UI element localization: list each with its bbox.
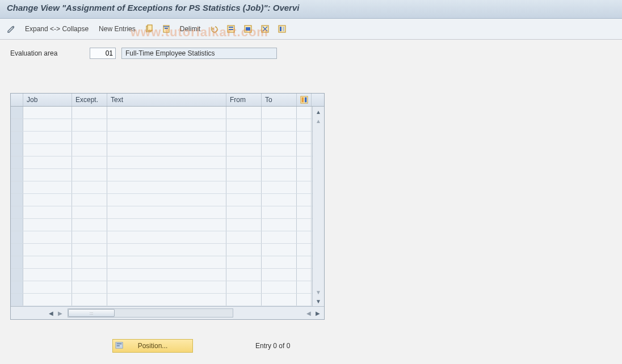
cell-to[interactable]	[262, 181, 297, 193]
cell-job[interactable]	[23, 132, 72, 143]
cell-from[interactable]	[226, 169, 262, 181]
cell-except[interactable]	[72, 119, 107, 131]
row-selector[interactable]	[11, 107, 23, 118]
cell-from[interactable]	[226, 194, 262, 206]
cell-job[interactable]	[23, 256, 72, 268]
cell-except[interactable]	[72, 231, 107, 243]
row-selector[interactable]	[11, 244, 23, 256]
row-selector[interactable]	[11, 269, 23, 281]
copy-icon[interactable]	[144, 23, 155, 35]
table-row[interactable]	[11, 107, 312, 119]
cell-from[interactable]	[226, 294, 262, 306]
cell-text[interactable]	[107, 256, 226, 268]
table-row[interactable]	[11, 231, 312, 244]
cell-to[interactable]	[262, 144, 297, 156]
hscroll-track[interactable]: :::	[68, 308, 233, 318]
row-selector[interactable]	[11, 294, 23, 306]
undo-icon[interactable]	[208, 23, 220, 35]
cell-job[interactable]	[23, 169, 72, 181]
row-selector[interactable]	[11, 132, 23, 143]
table-row[interactable]	[11, 119, 312, 132]
hscroll-thumb[interactable]: :::	[68, 309, 115, 317]
col-header-except[interactable]: Except.	[72, 94, 107, 106]
cell-from[interactable]	[226, 119, 262, 131]
cell-to[interactable]	[262, 219, 297, 231]
cell-from[interactable]	[226, 281, 262, 293]
table-row[interactable]	[11, 181, 312, 194]
cell-job[interactable]	[23, 231, 72, 243]
vertical-scrollbar[interactable]: ▲ ▲ ▼ ▼	[312, 107, 324, 306]
cell-except[interactable]	[72, 132, 107, 143]
col-header-text[interactable]: Text	[107, 94, 226, 106]
row-selector[interactable]	[11, 119, 23, 131]
row-selector[interactable]	[11, 156, 23, 168]
table-row[interactable]	[11, 244, 312, 256]
cell-job[interactable]	[23, 181, 72, 193]
cell-text[interactable]	[107, 119, 226, 131]
row-selector[interactable]	[11, 231, 23, 243]
cell-from[interactable]	[226, 206, 262, 218]
cell-text[interactable]	[107, 231, 226, 243]
cell-job[interactable]	[23, 294, 72, 306]
expand-collapse-button[interactable]: Expand <-> Collapse	[23, 24, 91, 34]
cell-except[interactable]	[72, 156, 107, 168]
scroll-left-icon[interactable]: ◀	[47, 309, 55, 317]
cell-text[interactable]	[107, 281, 226, 293]
row-selector[interactable]	[11, 219, 23, 231]
cell-to[interactable]	[262, 132, 297, 143]
scroll-right-icon[interactable]: ▶	[314, 309, 322, 317]
table-row[interactable]	[11, 144, 312, 156]
cell-text[interactable]	[107, 269, 226, 281]
col-header-to[interactable]: To	[262, 94, 297, 106]
col-header-from[interactable]: From	[226, 94, 262, 106]
cell-from[interactable]	[226, 132, 262, 143]
cell-job[interactable]	[23, 269, 72, 281]
delete-icon[interactable]	[161, 23, 172, 35]
cell-text[interactable]	[107, 219, 226, 231]
cell-job[interactable]	[23, 156, 72, 168]
table-row[interactable]	[11, 169, 312, 181]
cell-job[interactable]	[23, 119, 72, 131]
deselect-all-icon[interactable]	[259, 23, 271, 35]
cell-text[interactable]	[107, 181, 226, 193]
cell-text[interactable]	[107, 156, 226, 168]
table-row[interactable]	[11, 206, 312, 219]
new-entries-button[interactable]: New Entries	[96, 24, 138, 34]
grid-config-icon[interactable]	[297, 94, 312, 106]
scroll-up-icon[interactable]: ▲	[314, 108, 322, 116]
select-all-icon[interactable]	[225, 23, 237, 35]
cell-from[interactable]	[226, 231, 262, 243]
cell-text[interactable]	[107, 132, 226, 143]
cell-except[interactable]	[72, 256, 107, 268]
cell-except[interactable]	[72, 269, 107, 281]
select-block-icon[interactable]	[242, 23, 254, 35]
cell-to[interactable]	[262, 231, 297, 243]
cell-to[interactable]	[262, 107, 297, 118]
cell-job[interactable]	[23, 144, 72, 156]
cell-job[interactable]	[23, 244, 72, 256]
cell-job[interactable]	[23, 194, 72, 206]
cell-except[interactable]	[72, 144, 107, 156]
evaluation-area-code-input[interactable]	[90, 48, 116, 59]
cell-job[interactable]	[23, 281, 72, 293]
evaluation-area-text-input[interactable]	[121, 48, 277, 59]
scroll-left2-icon[interactable]: ▶	[56, 309, 64, 317]
cell-from[interactable]	[226, 256, 262, 268]
table-row[interactable]	[11, 256, 312, 269]
row-selector[interactable]	[11, 169, 23, 181]
table-row[interactable]	[11, 281, 312, 294]
cell-except[interactable]	[72, 181, 107, 193]
cell-from[interactable]	[226, 219, 262, 231]
cell-text[interactable]	[107, 144, 226, 156]
cell-to[interactable]	[262, 206, 297, 218]
cell-except[interactable]	[72, 294, 107, 306]
cell-to[interactable]	[262, 169, 297, 181]
horizontal-scrollbar[interactable]: ◀ ▶ ::: ◀ ▶	[11, 306, 324, 319]
cell-job[interactable]	[23, 219, 72, 231]
scroll-up2-icon[interactable]: ▲	[314, 117, 322, 125]
grid-select-all-corner[interactable]	[11, 94, 23, 106]
cell-except[interactable]	[72, 107, 107, 118]
cell-text[interactable]	[107, 206, 226, 218]
row-selector[interactable]	[11, 144, 23, 156]
cell-except[interactable]	[72, 219, 107, 231]
